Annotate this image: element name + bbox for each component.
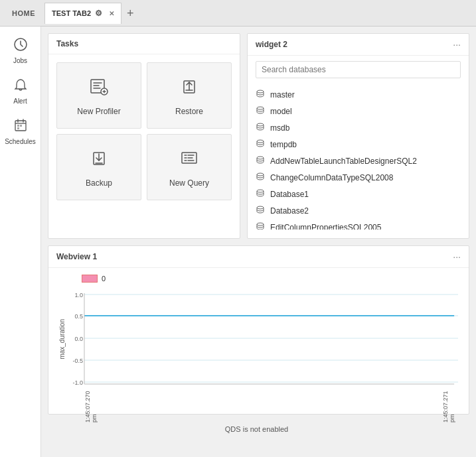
sidebar: Jobs Alert Sched (0, 27, 41, 457)
main-layout: Jobs Alert Sched (0, 27, 476, 457)
ytick-neg0.5: -0.5 (72, 358, 83, 364)
task-new-profiler[interactable]: New Profiler (56, 62, 141, 129)
db-name-database1: Database1 (270, 190, 309, 199)
ytick-1.0: 1.0 (74, 292, 83, 298)
tab-close-icon[interactable]: ✕ (109, 10, 114, 17)
schedules-icon (13, 118, 28, 136)
db-item-msdb[interactable]: msdb (248, 119, 469, 136)
sidebar-item-schedules[interactable]: Schedules (2, 113, 39, 151)
alert-icon (13, 78, 28, 96)
home-label[interactable]: HOME (5, 9, 42, 17)
db-icon-database1 (256, 188, 265, 200)
tab-label: TEST TAB2 (52, 9, 91, 17)
jobs-icon (13, 37, 28, 55)
backup-label: Backup (86, 178, 112, 188)
db-item-editcolumn[interactable]: EditColumnPropertiesSQL2005 (248, 219, 469, 229)
svg-point-13 (257, 140, 264, 143)
svg-point-17 (257, 206, 264, 209)
svg-point-11 (257, 107, 264, 109)
restore-icon (179, 76, 200, 101)
x-label-right: 1:45:07.271 pm (442, 392, 455, 423)
db-icon-master (256, 89, 265, 100)
webview-widget: Webview 1 ··· 0 max_duration (48, 245, 469, 415)
db-item-master[interactable]: master (248, 86, 469, 103)
db-name-master: master (270, 90, 295, 99)
svg-point-14 (257, 157, 264, 159)
task-restore[interactable]: Restore (147, 62, 232, 129)
db-name-addnewtable: AddNewTableLaunchTableDesignerSQL2 (270, 157, 417, 166)
db-search-input[interactable] (256, 61, 461, 78)
chart-legend: 0 (82, 275, 458, 283)
db-icon-msdb (256, 122, 265, 133)
db-name-database2: Database2 (270, 206, 309, 216)
db-name-changecolumn: ChangeColumnDataTypeSQL2008 (270, 173, 393, 182)
top-row: Tasks New Profiler (48, 33, 469, 239)
db-item-database1[interactable]: Database1 (248, 186, 469, 202)
content-area: Tasks New Profiler (41, 27, 476, 457)
tasks-grid: New Profiler Restore (48, 54, 240, 208)
tasks-widget: Tasks New Profiler (48, 33, 240, 239)
sidebar-schedules-label: Schedules (5, 138, 36, 145)
db-icon-addnewtable (256, 155, 265, 166)
db-item-model[interactable]: model (248, 103, 469, 119)
svg-point-10 (257, 90, 264, 93)
svg-rect-4 (17, 127, 19, 129)
db-name-msdb: msdb (270, 123, 289, 133)
db-name-model: model (270, 107, 292, 116)
active-tab[interactable]: TEST TAB2 ⚙ ✕ (44, 3, 121, 24)
ytick-neg1.0: -1.0 (72, 379, 83, 386)
db-icon-tempdb (256, 139, 265, 150)
restore-label: Restore (175, 107, 203, 116)
svg-rect-2 (17, 125, 19, 127)
sidebar-alert-label: Alert (13, 98, 27, 105)
sidebar-jobs-label: Jobs (13, 57, 27, 64)
db-widget-title: widget 2 (256, 40, 287, 49)
db-widget: widget 2 ··· master mode (247, 33, 469, 239)
tab-pin-icon[interactable]: ⚙ (95, 9, 102, 18)
db-name-editcolumn: EditColumnPropertiesSQL2005 (270, 223, 381, 230)
top-bar: HOME TEST TAB2 ⚙ ✕ + (0, 0, 476, 27)
db-item-database2[interactable]: Database2 (248, 202, 469, 219)
x-label-left: 1:45:07.270 pm (84, 392, 98, 423)
db-name-tempdb: tempdb (270, 140, 297, 149)
task-backup[interactable]: Backup (56, 134, 141, 200)
ytick-0.0: 0.0 (74, 336, 83, 342)
svg-point-16 (257, 190, 264, 192)
tasks-title: Tasks (56, 39, 78, 48)
db-icon-editcolumn (256, 222, 265, 229)
db-widget-header: widget 2 ··· (248, 34, 469, 56)
tasks-widget-header: Tasks (48, 34, 240, 54)
svg-point-15 (257, 173, 264, 176)
sidebar-item-alert[interactable]: Alert (2, 72, 39, 110)
svg-point-12 (257, 123, 264, 126)
db-item-tempdb[interactable]: tempdb (248, 136, 469, 153)
db-icon-database2 (256, 205, 265, 216)
db-list: master model msdb (248, 84, 469, 229)
new-query-icon (179, 147, 200, 173)
chart-svg: 1.0 0.5 0.0 -0.5 -1.0 (68, 288, 458, 391)
chart-area: 0 max_duration 1.0 (48, 268, 469, 414)
db-widget-menu[interactable]: ··· (453, 39, 461, 50)
db-icon-changecolumn (256, 172, 265, 183)
legend-label: 0 (102, 275, 106, 283)
db-item-addnewtable[interactable]: AddNewTableLaunchTableDesignerSQL2 (248, 153, 469, 169)
new-profiler-icon (88, 76, 110, 101)
db-item-changecolumn[interactable]: ChangeColumnDataTypeSQL2008 (248, 169, 469, 186)
chart-footer-text: QDS is not enabled (225, 425, 288, 433)
y-axis-label: max_duration (58, 319, 66, 359)
webview-menu[interactable]: ··· (453, 251, 461, 262)
legend-color-box (82, 275, 98, 283)
webview-widget-header: Webview 1 ··· (48, 246, 469, 268)
backup-icon (88, 147, 110, 173)
db-icon-model (256, 105, 265, 117)
new-profiler-label: New Profiler (77, 107, 120, 116)
svg-point-18 (257, 223, 264, 226)
sidebar-item-jobs[interactable]: Jobs (2, 32, 39, 70)
svg-rect-3 (20, 125, 22, 127)
tab-add-button[interactable]: + (121, 7, 139, 19)
webview-title: Webview 1 (56, 252, 97, 261)
new-query-label: New Query (169, 178, 209, 188)
task-new-query[interactable]: New Query (147, 134, 232, 200)
chart-footer: QDS is not enabled (55, 423, 458, 438)
ytick-0.5: 0.5 (74, 313, 83, 320)
